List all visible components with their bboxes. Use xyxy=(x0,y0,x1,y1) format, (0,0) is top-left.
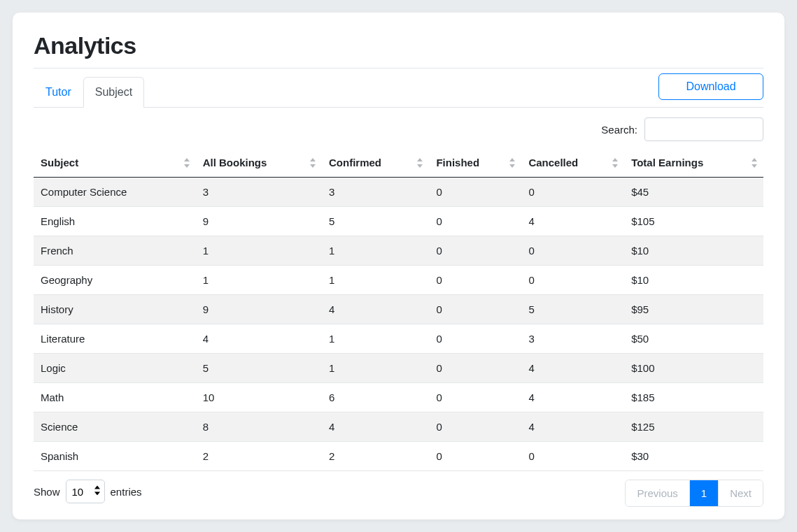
table-body: Computer Science3300$45English9504$105Fr… xyxy=(34,178,763,471)
column-header[interactable]: Total Earnings xyxy=(624,148,763,178)
length-suffix: entries xyxy=(111,486,142,498)
column-label: All Bookings xyxy=(203,157,267,168)
column-header[interactable]: Cancelled xyxy=(521,148,624,178)
cell-earnings: $100 xyxy=(624,354,763,383)
page-title: Analytics xyxy=(34,32,763,59)
cell-finished: 0 xyxy=(429,266,521,295)
sort-icon xyxy=(183,158,190,168)
tab-header-row: TutorSubject Download xyxy=(34,69,763,108)
cell-finished: 0 xyxy=(429,354,521,383)
cell-earnings: $105 xyxy=(624,207,763,236)
table-row: French1100$10 xyxy=(34,236,763,266)
column-header[interactable]: Confirmed xyxy=(322,148,429,178)
cell-cancelled: 4 xyxy=(521,354,624,383)
cell-subject: English xyxy=(34,207,196,236)
column-header[interactable]: Finished xyxy=(429,148,521,178)
column-label: Confirmed xyxy=(329,157,381,168)
sort-icon xyxy=(509,158,516,168)
length-control: Show 102550100 entries xyxy=(34,480,142,503)
table-row: Math10604$185 xyxy=(34,383,763,412)
cell-finished: 0 xyxy=(429,236,521,266)
cell-confirmed: 4 xyxy=(322,412,429,442)
cell-all: 8 xyxy=(196,412,322,442)
table-row: Spanish2200$30 xyxy=(34,442,763,471)
cell-finished: 0 xyxy=(429,295,521,324)
search-row: Search: xyxy=(34,117,763,141)
tabs: TutorSubject xyxy=(34,77,144,107)
table-footer: Show 102550100 entries Previous 1 Next xyxy=(34,480,763,507)
cell-cancelled: 0 xyxy=(521,236,624,266)
cell-confirmed: 6 xyxy=(322,383,429,412)
cell-cancelled: 4 xyxy=(521,383,624,412)
cell-all: 1 xyxy=(196,266,322,295)
length-prefix: Show xyxy=(34,486,60,498)
column-label: Subject xyxy=(41,157,78,168)
cell-earnings: $10 xyxy=(624,266,763,295)
cell-earnings: $50 xyxy=(624,324,763,354)
cell-all: 9 xyxy=(196,207,322,236)
table-row: English9504$105 xyxy=(34,207,763,236)
sort-icon xyxy=(416,158,423,168)
cell-subject: Spanish xyxy=(34,442,196,471)
pagination: Previous 1 Next xyxy=(625,480,763,507)
cell-finished: 0 xyxy=(429,207,521,236)
cell-finished: 0 xyxy=(429,442,521,471)
cell-finished: 0 xyxy=(429,324,521,354)
cell-all: 4 xyxy=(196,324,322,354)
cell-all: 5 xyxy=(196,354,322,383)
cell-subject: Computer Science xyxy=(34,178,196,207)
column-label: Finished xyxy=(436,157,479,168)
cell-confirmed: 3 xyxy=(322,178,429,207)
cell-cancelled: 0 xyxy=(521,266,624,295)
cell-finished: 0 xyxy=(429,178,521,207)
cell-confirmed: 2 xyxy=(322,442,429,471)
cell-all: 10 xyxy=(196,383,322,412)
cell-confirmed: 5 xyxy=(322,207,429,236)
cell-cancelled: 4 xyxy=(521,207,624,236)
cell-finished: 0 xyxy=(429,412,521,442)
cell-finished: 0 xyxy=(429,383,521,412)
cell-subject: Math xyxy=(34,383,196,412)
sort-icon xyxy=(751,158,758,168)
next-page-button[interactable]: Next xyxy=(718,480,763,506)
cell-earnings: $45 xyxy=(624,178,763,207)
cell-all: 1 xyxy=(196,236,322,266)
cell-cancelled: 0 xyxy=(521,442,624,471)
search-input[interactable] xyxy=(644,117,763,141)
cell-subject: Logic xyxy=(34,354,196,383)
cell-earnings: $125 xyxy=(624,412,763,442)
download-button[interactable]: Download xyxy=(658,73,763,100)
column-header[interactable]: Subject xyxy=(34,148,196,178)
table-row: Literature4103$50 xyxy=(34,324,763,354)
cell-cancelled: 3 xyxy=(521,324,624,354)
table-row: Geography1100$10 xyxy=(34,266,763,295)
cell-confirmed: 1 xyxy=(322,354,429,383)
page-number-button[interactable]: 1 xyxy=(689,480,718,506)
table-row: Computer Science3300$45 xyxy=(34,178,763,207)
analytics-card: Analytics TutorSubject Download Search: … xyxy=(13,13,784,519)
tab-subject[interactable]: Subject xyxy=(83,77,144,108)
sort-icon xyxy=(309,158,316,168)
column-label: Cancelled xyxy=(528,157,578,168)
tab-tutor[interactable]: Tutor xyxy=(34,77,83,108)
length-select-wrap: 102550100 xyxy=(66,480,105,503)
cell-all: 3 xyxy=(196,178,322,207)
sort-icon xyxy=(612,158,619,168)
cell-all: 2 xyxy=(196,442,322,471)
cell-subject: History xyxy=(34,295,196,324)
cell-confirmed: 4 xyxy=(322,295,429,324)
cell-subject: Science xyxy=(34,412,196,442)
cell-earnings: $185 xyxy=(624,383,763,412)
cell-cancelled: 5 xyxy=(521,295,624,324)
cell-earnings: $10 xyxy=(624,236,763,266)
cell-earnings: $30 xyxy=(624,442,763,471)
search-label: Search: xyxy=(601,124,637,136)
cell-cancelled: 4 xyxy=(521,412,624,442)
column-header[interactable]: All Bookings xyxy=(196,148,322,178)
prev-page-button[interactable]: Previous xyxy=(626,480,689,506)
cell-earnings: $95 xyxy=(624,295,763,324)
length-select[interactable]: 102550100 xyxy=(66,480,105,503)
cell-cancelled: 0 xyxy=(521,178,624,207)
header-row: SubjectAll BookingsConfirmedFinishedCanc… xyxy=(34,148,763,178)
cell-subject: Geography xyxy=(34,266,196,295)
